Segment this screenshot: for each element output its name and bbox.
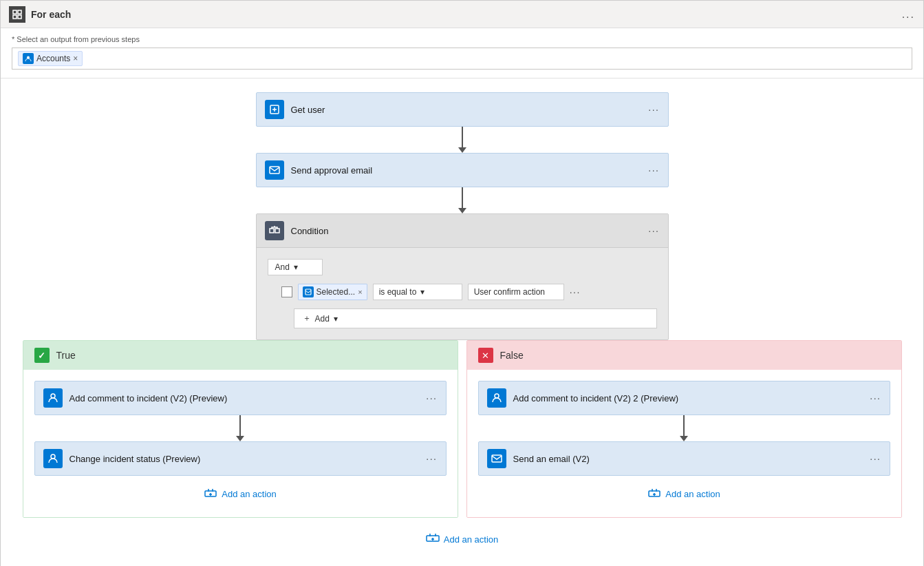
topbar-more-button[interactable]: ... xyxy=(902,8,915,21)
get-user-step[interactable]: Get user ··· xyxy=(256,92,669,127)
accounts-tag: Accounts × xyxy=(18,51,83,66)
svg-point-11 xyxy=(51,454,55,459)
false-branch-body: Add comment to incident (V2) 2 (Preview)… xyxy=(467,370,901,517)
foreach-label: * Select an output from previous steps xyxy=(12,35,912,43)
false-step-2-title: Send an email (V2) xyxy=(513,454,870,464)
accounts-tag-icon xyxy=(23,53,34,64)
send-approval-icon xyxy=(265,160,284,180)
true-icon: ✓ xyxy=(34,348,50,363)
svg-rect-2 xyxy=(13,15,17,19)
flow-area: Get user ··· Send approval email ··· xyxy=(1,78,923,566)
condition-row: Selected... × is equal to ▾ User confirm… xyxy=(281,284,657,300)
false-add-action-icon xyxy=(647,487,661,501)
svg-point-10 xyxy=(51,394,55,398)
topbar-title: For each xyxy=(31,9,71,20)
svg-rect-0 xyxy=(13,10,17,14)
condition-title: Condition xyxy=(291,226,649,236)
svg-point-13 xyxy=(495,394,499,398)
selected-tag-close[interactable]: × xyxy=(358,288,362,296)
condition-header: Condition ··· xyxy=(257,214,668,248)
send-approval-title: Send approval email xyxy=(291,165,649,176)
true-label: True xyxy=(56,350,76,361)
false-step-1-icon xyxy=(487,388,506,408)
send-approval-step[interactable]: Send approval email ··· xyxy=(256,153,669,187)
get-user-more[interactable]: ··· xyxy=(648,104,659,115)
true-step-1[interactable]: Add comment to incident (V2) (Preview) ·… xyxy=(34,381,447,415)
condition-row-more[interactable]: ··· xyxy=(570,286,581,297)
false-step-1[interactable]: Add comment to incident (V2) 2 (Preview)… xyxy=(478,381,890,415)
selected-tag: Selected... × xyxy=(298,284,367,300)
false-step-2[interactable]: Send an email (V2) ··· xyxy=(478,441,890,476)
true-branch-body: Add comment to incident (V2) (Preview) ·… xyxy=(23,370,458,517)
true-step-1-title: Add comment to incident (V2) (Preview) xyxy=(69,393,427,403)
false-add-action-button[interactable]: Add an action xyxy=(647,481,720,506)
false-branch-header: ✕ False xyxy=(467,341,901,370)
true-add-action-button[interactable]: Add an action xyxy=(204,481,277,506)
true-add-action-icon xyxy=(204,487,217,501)
true-step-2-more[interactable]: ··· xyxy=(426,453,437,464)
accounts-tag-close[interactable]: × xyxy=(73,54,78,63)
condition-icon xyxy=(265,221,284,240)
get-user-title: Get user xyxy=(291,105,649,115)
svg-rect-14 xyxy=(492,455,502,462)
svg-rect-9 xyxy=(305,289,311,295)
selected-tag-icon xyxy=(303,286,314,297)
true-arrow xyxy=(236,415,244,441)
condition-add-button[interactable]: ＋ Add ▾ xyxy=(294,308,657,328)
send-approval-more[interactable]: ··· xyxy=(648,165,659,176)
foreach-icon xyxy=(9,6,25,23)
true-branch-header: ✓ True xyxy=(23,341,458,370)
condition-body: And ▾ Selected... xyxy=(257,248,668,339)
condition-value: User confirm action xyxy=(468,284,564,300)
condition-more[interactable]: ··· xyxy=(648,225,659,236)
and-dropdown[interactable]: And ▾ xyxy=(268,259,323,275)
true-step-2-title: Change incident status (Preview) xyxy=(69,454,427,464)
bottom-add-action-icon xyxy=(426,532,440,547)
false-branch: ✕ False Add comment to i xyxy=(466,340,902,518)
true-step-1-icon xyxy=(43,388,63,408)
svg-rect-8 xyxy=(275,229,279,233)
arrow-2 xyxy=(458,187,466,213)
false-step-1-more[interactable]: ··· xyxy=(870,392,881,403)
svg-rect-1 xyxy=(18,10,21,14)
condition-block: Condition ··· And ▾ xyxy=(256,213,669,340)
false-icon: ✕ xyxy=(478,348,493,363)
false-arrow xyxy=(680,415,688,441)
true-step-1-more[interactable]: ··· xyxy=(426,392,437,403)
true-step-2-icon xyxy=(43,449,63,468)
get-user-icon xyxy=(265,100,284,119)
arrow-1 xyxy=(458,127,466,153)
false-label: False xyxy=(500,350,524,361)
svg-rect-7 xyxy=(270,229,274,233)
operator-dropdown[interactable]: is equal to ▾ xyxy=(373,284,462,300)
true-step-2[interactable]: Change incident status (Preview) ··· xyxy=(34,441,447,476)
bottom-add-action-button[interactable]: Add an action xyxy=(426,518,499,561)
false-step-1-title: Add comment to incident (V2) 2 (Preview) xyxy=(513,393,870,403)
accounts-tag-label: Accounts xyxy=(36,54,70,63)
condition-checkbox[interactable] xyxy=(281,286,292,297)
false-step-2-more[interactable]: ··· xyxy=(870,453,881,464)
true-branch: ✓ True Add comment to in xyxy=(23,340,458,518)
svg-rect-3 xyxy=(18,15,21,19)
branches-container: ✓ True Add comment to in xyxy=(19,340,906,518)
false-step-2-icon xyxy=(487,449,506,468)
svg-rect-6 xyxy=(270,167,279,174)
foreach-input[interactable]: Accounts × xyxy=(12,48,912,70)
